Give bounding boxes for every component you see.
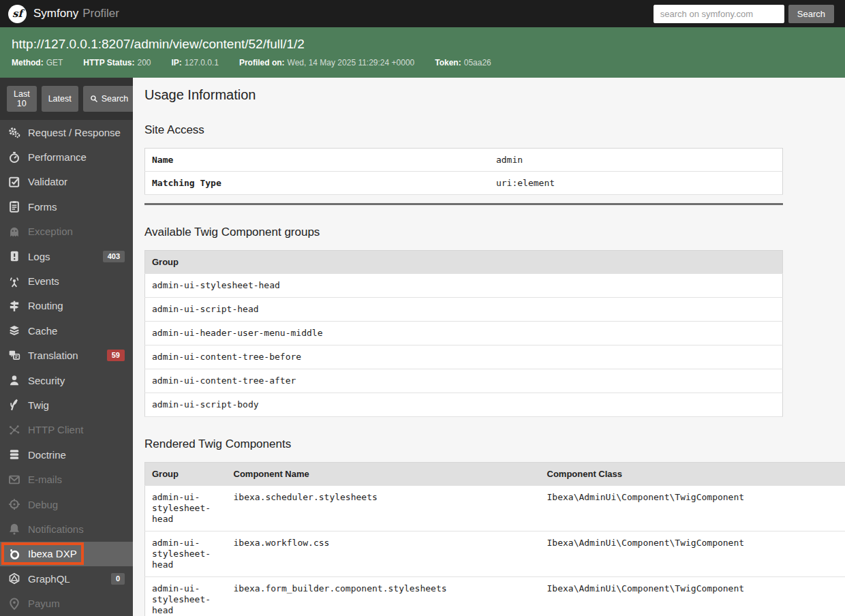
sidebar-item-logs[interactable]: Logs 403 <box>0 244 133 268</box>
sidebar-item-cache[interactable]: Cache <box>0 318 133 343</box>
symfony-search-button[interactable]: Search <box>788 5 834 23</box>
payum-pin-icon <box>8 598 20 610</box>
section-heading-rendered-components: Rendered Twig Components <box>144 437 845 451</box>
table-row: admin-ui-header-user-menu-middle <box>145 322 783 345</box>
row-value: admin <box>489 149 783 172</box>
table-row: admin-ui-stylesheet-head ibexa.scheduler… <box>145 486 845 532</box>
meta-value: 127.0.0.1 <box>185 58 219 67</box>
sidebar-item-routing[interactable]: Routing <box>0 294 133 318</box>
request-meta-item: Method:GET <box>12 58 63 67</box>
sidebar-item-label: Twig <box>28 399 49 411</box>
meta-value: 200 <box>137 58 151 67</box>
symfony-logo-icon: sf <box>8 5 27 23</box>
sidebar-item-e-mails[interactable]: E-mails <box>0 467 133 491</box>
table-row: admin-ui-script-body <box>145 393 783 417</box>
group-name: admin-ui-content-tree-before <box>145 345 783 369</box>
table-header-row: Group Component Name Component Class <box>145 463 845 486</box>
meta-label: Method: <box>12 58 44 67</box>
sidebar-item-label: E-mails <box>28 474 62 485</box>
sidebar-item-performance[interactable]: Performance <box>0 144 133 169</box>
sidebar-item-notifications[interactable]: Notifications <box>0 517 133 541</box>
notifications-bell-icon <box>8 523 20 535</box>
search-icon <box>90 95 98 103</box>
brand-suffix: Profiler <box>82 7 119 20</box>
group-name: admin-ui-script-head <box>145 298 783 322</box>
group-name: admin-ui-header-user-menu-middle <box>145 322 783 345</box>
gears-icon <box>8 126 20 138</box>
sidebar-item-events[interactable]: Events <box>0 268 133 293</box>
sidebar-item-graphql[interactable]: GraphQL 0 <box>0 566 133 591</box>
sidebar-item-security[interactable]: Security <box>0 368 133 392</box>
sidebar-item-label: Routing <box>28 300 63 311</box>
sidebar-item-label: Cache <box>28 325 57 337</box>
symfony-search-input[interactable] <box>654 5 784 23</box>
sidebar-item-label: Notifications <box>28 523 84 535</box>
site-access-table: Name admin Matching Type uri:element <box>144 148 783 195</box>
meta-value: Wed, 14 May 2025 11:29:24 +0000 <box>288 58 415 67</box>
sidebar-item-debug[interactable]: Debug <box>0 492 133 517</box>
group-name: admin-ui-script-body <box>145 393 783 417</box>
doctrine-database-icon <box>8 448 20 461</box>
sidebar-item-label: Validator <box>28 176 67 187</box>
table-row: admin-ui-stylesheet-head <box>145 274 783 298</box>
stopwatch-icon <box>8 151 20 164</box>
column-header-group: Group <box>145 463 227 486</box>
sidebar-item-label: Events <box>28 275 59 287</box>
sidebar-item-http-client[interactable]: HTTP Client <box>0 418 133 442</box>
component-class: Ibexa\AdminUi\Component\TwigComponent <box>540 532 845 577</box>
sidebar-button-label: Last 10 <box>14 89 30 108</box>
component-group: admin-ui-stylesheet-head <box>145 486 227 532</box>
graphql-icon <box>8 572 20 585</box>
component-group: admin-ui-stylesheet-head <box>145 532 227 577</box>
ibexa-icon <box>8 548 20 560</box>
sidebar-button-last-10[interactable]: Last 10 <box>7 86 37 112</box>
component-name: ibexa.form_builder.component.stylesheets <box>227 577 540 616</box>
routing-signpost-icon <box>8 300 20 312</box>
sidebar-button-label: Search <box>102 94 129 104</box>
group-name: admin-ui-content-tree-after <box>145 369 783 393</box>
component-name: ibexa.scheduler.stylesheets <box>227 486 540 532</box>
profiler-sidebar: Last 10 Latest Search Request / Response <box>0 78 133 616</box>
row-label: Name <box>145 149 489 172</box>
sidebar-item-label: Doctrine <box>28 449 66 461</box>
meta-label: HTTP Status: <box>83 58 134 67</box>
sidebar-item-label: Security <box>28 375 65 386</box>
validator-check-icon <box>8 176 20 188</box>
sidebar-item-ibexa-dxp[interactable]: Ibexa DXP <box>0 542 133 566</box>
sidebar-item-label: Exception <box>28 226 73 237</box>
sidebar-item-payum[interactable]: Payum <box>0 591 133 615</box>
meta-value: 05aa26 <box>464 58 491 67</box>
sidebar-button-search[interactable]: Search <box>83 86 133 112</box>
sidebar-button-label: Latest <box>48 94 72 104</box>
sidebar-item-request-response[interactable]: Request / Response <box>0 120 133 144</box>
cache-layers-icon <box>8 324 20 337</box>
debug-target-icon <box>8 498 20 510</box>
sidebar-item-translation[interactable]: Translation 59 <box>0 343 133 368</box>
request-summary-header: http://127.0.0.1:8207/admin/view/content… <box>0 27 845 78</box>
sidebar-item-forms[interactable]: Forms <box>0 194 133 219</box>
logs-icon <box>8 250 20 262</box>
group-name: admin-ui-stylesheet-head <box>145 274 783 298</box>
table-row: admin-ui-script-head <box>145 298 783 322</box>
column-header-component-name: Component Name <box>227 463 540 486</box>
count-badge: 0 <box>111 573 125 585</box>
sidebar-item-twig[interactable]: Twig <box>0 392 133 417</box>
sidebar-actions: Last 10 Latest Search <box>0 78 133 120</box>
row-value: uri:element <box>489 172 783 195</box>
sidebar-item-doctrine[interactable]: Doctrine <box>0 442 133 467</box>
sidebar-button-latest[interactable]: Latest <box>42 86 78 112</box>
table-row: admin-ui-stylesheet-head ibexa.workflow.… <box>145 532 845 577</box>
twig-icon <box>8 399 20 411</box>
top-bar: sf Symfony Profiler Search <box>0 0 845 27</box>
section-heading-twig-groups: Available Twig Component groups <box>144 226 845 239</box>
sidebar-item-exception[interactable]: Exception <box>0 219 133 244</box>
sidebar-item-validator[interactable]: Validator <box>0 170 133 194</box>
count-badge: 59 <box>107 350 125 361</box>
request-meta-item: IP:127.0.0.1 <box>171 58 218 67</box>
request-meta: Method:GET HTTP Status:200 IP:127.0.0.1 … <box>12 58 833 67</box>
column-header-component-class: Component Class <box>540 463 845 486</box>
component-group: admin-ui-stylesheet-head <box>145 577 227 616</box>
row-label: Matching Type <box>145 172 489 195</box>
sidebar-item-label: Ibexa DXP <box>28 548 77 559</box>
symfony-home-link[interactable]: sf Symfony Profiler <box>8 5 119 23</box>
